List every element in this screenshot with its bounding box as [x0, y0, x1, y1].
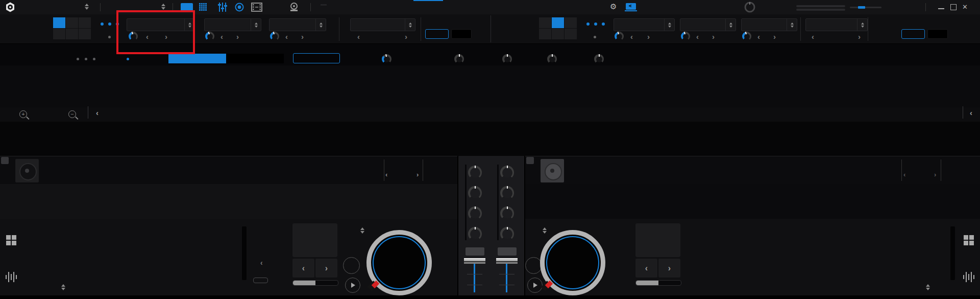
fx2-bank-1[interactable]: [539, 17, 551, 28]
deck1-cue-button[interactable]: [343, 257, 360, 274]
collapse-right-icon[interactable]: ‹: [970, 108, 972, 117]
next-icon[interactable]: ›: [647, 33, 650, 40]
deck1-jog-wheel[interactable]: [366, 230, 432, 295]
fx1-release-selector[interactable]: [350, 18, 415, 31]
next-icon[interactable]: ›: [301, 33, 304, 40]
fx1-bank-s[interactable]: [79, 17, 91, 28]
collapse-left-icon[interactable]: ‹: [260, 259, 263, 267]
next-icon[interactable]: ›: [405, 33, 407, 40]
fx2-bank-m[interactable]: [565, 29, 577, 39]
chevron-updown-icon[interactable]: [787, 19, 797, 31]
fx2-bpm-auto-button[interactable]: [901, 29, 925, 39]
master-level-bar[interactable]: [796, 5, 845, 7]
ch1-high-knob[interactable]: [468, 186, 482, 200]
pads-panel-icon[interactable]: [199, 3, 207, 11]
ch2-low-knob[interactable]: [500, 227, 514, 241]
display-audio-icon[interactable]: [625, 3, 637, 12]
chevron-updown-icon[interactable]: [315, 19, 326, 31]
zoom-in-icon[interactable]: +: [19, 110, 27, 118]
cfx-default-button[interactable]: [168, 54, 226, 63]
ch2-cue-button[interactable]: [498, 247, 517, 256]
fx1-bank-3[interactable]: [53, 29, 65, 39]
prev-icon[interactable]: ‹: [812, 33, 814, 40]
deck1-preview-waveform[interactable]: [0, 185, 457, 218]
gear-icon[interactable]: ⚙: [610, 2, 617, 11]
fx2-slot1-knob[interactable]: [615, 32, 624, 41]
zoom-out-icon[interactable]: −: [68, 110, 76, 118]
fx1-bank-m[interactable]: [79, 29, 91, 39]
cfx-dot[interactable]: [85, 58, 87, 60]
camera-icon[interactable]: [288, 2, 300, 12]
ch1-trim-knob[interactable]: [468, 166, 482, 179]
fx2-slot2-selector[interactable]: [680, 18, 736, 31]
hot-cue-chevrons-icon[interactable]: [61, 284, 65, 290]
deck1-beat-jump-box[interactable]: [292, 223, 337, 257]
fx2-bank-2[interactable]: [552, 17, 564, 28]
cfx-dot[interactable]: [77, 58, 79, 60]
ch1-fader-handle[interactable]: [464, 258, 485, 264]
layout-chevrons-icon[interactable]: [161, 4, 165, 10]
fx2-slot2-knob[interactable]: [681, 32, 690, 41]
deck2-cue-scrollbar[interactable]: [950, 226, 955, 280]
ch1-cue-button[interactable]: [465, 247, 484, 256]
deck2-preview-strip[interactable]: [525, 184, 980, 219]
deck1-play-button[interactable]: [345, 278, 360, 293]
cfx-param4-knob[interactable]: [594, 54, 604, 64]
minimize-button[interactable]: [938, 8, 944, 9]
fx2-mode-dot[interactable]: [602, 22, 605, 26]
deck1-jump-back-button[interactable]: ‹: [292, 259, 314, 278]
deck2-jog-wheel[interactable]: [540, 230, 605, 295]
waveform-view-icon[interactable]: [962, 271, 975, 283]
ch1-fader-track[interactable]: [474, 264, 475, 292]
hot-cue-chevrons-icon[interactable]: [926, 284, 930, 290]
fx1-bank-2[interactable]: [66, 17, 78, 28]
prev-icon[interactable]: ‹: [285, 33, 288, 40]
chevron-updown-icon[interactable]: [725, 19, 736, 31]
fx1-slot3-knob[interactable]: [270, 32, 279, 41]
fx2-slot1-selector[interactable]: [614, 18, 675, 31]
cfx-active-dot[interactable]: [127, 58, 129, 60]
cfx-param-knob[interactable]: [382, 54, 391, 64]
fx1-slot2-knob[interactable]: [205, 32, 214, 41]
waveform-display[interactable]: [0, 65, 980, 107]
fx1-slot2-selector[interactable]: [204, 18, 261, 31]
mixer-panel-icon[interactable]: [217, 3, 228, 12]
ch2-high-knob[interactable]: [500, 186, 514, 200]
maximize-button[interactable]: [950, 4, 957, 10]
ch1-low-knob[interactable]: [468, 227, 482, 241]
deck2-beat-jump-box[interactable]: [635, 223, 680, 257]
ch2-trim-knob[interactable]: [500, 166, 514, 179]
key-shift-up-icon[interactable]: ›: [934, 171, 936, 178]
cfx-filter-button[interactable]: [293, 53, 340, 63]
fx2-mode-dot[interactable]: [586, 22, 590, 26]
next-icon[interactable]: ›: [858, 33, 861, 40]
deck1-cue-scrollbar[interactable]: [242, 226, 247, 280]
fx2-bank-4[interactable]: [552, 29, 564, 39]
prev-icon[interactable]: ‹: [630, 33, 633, 40]
ch2-fader-track[interactable]: [506, 264, 507, 292]
key-shift-down-icon[interactable]: ‹: [903, 171, 905, 178]
fx1-bank-1[interactable]: [53, 17, 65, 28]
fx1-bank-4[interactable]: [66, 29, 78, 39]
waveform-view-icon[interactable]: [4, 271, 17, 283]
mini-volume-slider[interactable]: [850, 7, 881, 8]
chevron-updown-icon[interactable]: [251, 19, 261, 31]
next-icon[interactable]: ›: [773, 33, 776, 40]
prev-icon[interactable]: ‹: [220, 33, 223, 40]
fx2-release-selector[interactable]: [805, 18, 868, 31]
mini-slider[interactable]: [253, 278, 268, 283]
fx2-bpm-tap-button[interactable]: [927, 29, 948, 39]
link-button[interactable]: [321, 3, 327, 6]
fx2-slot3-selector[interactable]: [741, 18, 797, 31]
prev-icon[interactable]: ‹: [357, 33, 360, 40]
key-shift-down-icon[interactable]: ‹: [385, 171, 387, 178]
fx1-slot3-selector[interactable]: [269, 18, 326, 31]
key-shift-up-icon[interactable]: ›: [416, 171, 419, 178]
fx2-slot3-knob[interactable]: [742, 32, 751, 41]
fx2-mode-dot[interactable]: [594, 36, 596, 38]
int-chevrons-icon[interactable]: [360, 227, 364, 234]
grid-view-icon[interactable]: [5, 234, 17, 246]
fx2-mode-dot[interactable]: [594, 22, 597, 26]
master-level-bar[interactable]: [796, 9, 845, 11]
close-button[interactable]: ✕: [962, 3, 968, 11]
